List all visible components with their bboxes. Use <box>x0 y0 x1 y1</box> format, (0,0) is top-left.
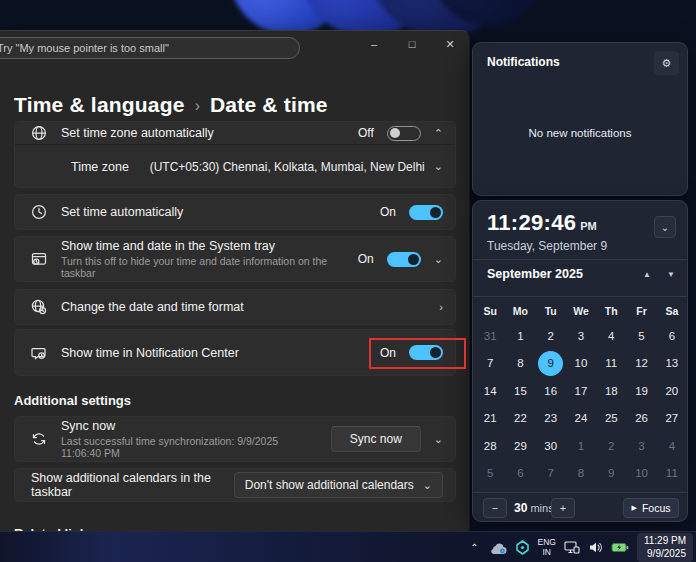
focus-duration-value: 30 <box>514 501 527 515</box>
calendar-day[interactable]: 16 <box>536 377 566 405</box>
calendar-day[interactable]: 21 <box>475 405 505 433</box>
calendar-day[interactable]: 6 <box>505 460 535 488</box>
timezone-dropdown[interactable]: (UTC+05:30) Chennai, Kolkata, Mumbai, Ne… <box>150 160 443 174</box>
calendar-day[interactable]: 7 <box>475 350 505 378</box>
sync-now-button[interactable]: Sync now <box>331 426 421 452</box>
calendar-day[interactable]: 6 <box>657 322 687 350</box>
calendar-day[interactable]: 30 <box>536 432 566 460</box>
calendar-day[interactable]: 29 <box>505 432 535 460</box>
calendar-day[interactable]: 5 <box>475 460 505 488</box>
calendar-day[interactable]: 11 <box>657 460 687 488</box>
focus-duration-increase-button[interactable]: + <box>551 498 575 518</box>
calendar-day[interactable]: 11 <box>596 350 626 378</box>
chevron-down-icon: ⌄ <box>434 160 443 173</box>
system-tray-toggle[interactable] <box>387 252 421 267</box>
chevron-up-icon[interactable]: ⌃ <box>434 127 443 140</box>
calendar-month-label[interactable]: September 2025 <box>487 267 583 281</box>
calendar-day[interactable]: 2 <box>536 322 566 350</box>
calendars-dropdown[interactable]: Don't show additional calendars ⌄ <box>234 472 443 498</box>
calendar-day[interactable]: 10 <box>566 350 596 378</box>
card-set-time-auto: Set time automatically On <box>14 194 456 230</box>
sync-clock-icon <box>29 430 48 449</box>
calendar-day[interactable]: 5 <box>626 322 656 350</box>
calendar-day[interactable]: 4 <box>596 322 626 350</box>
notification-center-toggle[interactable] <box>409 345 443 360</box>
calendar-day[interactable]: 23 <box>536 405 566 433</box>
calendar-day[interactable]: 25 <box>596 405 626 433</box>
network-icon[interactable] <box>564 541 580 554</box>
maximize-button[interactable]: □ <box>401 33 423 55</box>
calendar-day-header: Fr <box>626 300 656 322</box>
focus-start-button[interactable]: ▶ Focus <box>623 498 679 518</box>
volume-icon[interactable] <box>588 541 603 554</box>
taskbar-clock[interactable]: 11:29 PM 9/9/2025 <box>637 533 693 562</box>
chevron-down-icon[interactable]: ⌄ <box>434 253 443 266</box>
row-timezone-select: Time zone (UTC+05:30) Chennai, Kolkata, … <box>15 145 455 188</box>
calendar-day[interactable]: 8 <box>505 350 535 378</box>
calendar-day-selected[interactable]: 9 <box>536 350 566 378</box>
search-input[interactable]: Try "My mouse pointer is too small" <box>0 37 300 59</box>
hidden-icons-chevron-up-icon[interactable]: ⌃ <box>467 542 481 553</box>
calendar-day[interactable]: 27 <box>657 405 687 433</box>
language-region: IN <box>538 548 556 558</box>
row-title: Show time and date in the System tray <box>61 239 345 253</box>
calendar-day[interactable]: 24 <box>566 405 596 433</box>
row-set-timezone-auto[interactable]: Set time zone automatically Off ⌃ <box>15 122 455 144</box>
focus-session-bar: − 30 mins + ▶ Focus <box>473 493 687 523</box>
calendar-day[interactable]: 19 <box>626 377 656 405</box>
breadcrumb-time-language[interactable]: Time & language <box>14 93 185 117</box>
focus-duration-decrease-button[interactable]: − <box>483 498 507 518</box>
calendar-next-month-button[interactable]: ▼ <box>663 270 679 279</box>
search-hint-text: Try "My mouse pointer is too small" <box>0 42 169 54</box>
timezone-value: (UTC+05:30) Chennai, Kolkata, Mumbai, Ne… <box>150 160 425 174</box>
battery-icon[interactable] <box>611 542 629 553</box>
close-button[interactable]: ✕ <box>439 33 461 55</box>
timezone-auto-toggle[interactable] <box>387 126 421 141</box>
calendar-day-header: We <box>566 300 596 322</box>
row-title: Set time zone automatically <box>61 126 345 140</box>
chevron-right-icon: › <box>439 301 443 313</box>
set-time-auto-toggle[interactable] <box>409 205 443 220</box>
chevron-down-icon[interactable]: ⌄ <box>434 433 443 446</box>
calendar-day[interactable]: 7 <box>536 460 566 488</box>
language-indicator[interactable]: ENG IN <box>538 538 556 558</box>
calendars-dropdown-value: Don't show additional calendars <box>245 478 414 492</box>
calendar-day[interactable]: 2 <box>596 432 626 460</box>
row-notification-center: Show time in Notification Center On <box>15 330 455 375</box>
play-icon: ▶ <box>632 504 637 512</box>
calendar-day[interactable]: 10 <box>626 460 656 488</box>
calendar-day[interactable]: 9 <box>596 460 626 488</box>
calendar-day[interactable]: 26 <box>626 405 656 433</box>
calendar-day[interactable]: 14 <box>475 377 505 405</box>
row-date-time-format[interactable]: Change the date and time format › <box>15 290 455 324</box>
calendar-day[interactable]: 3 <box>566 322 596 350</box>
calendar-day[interactable]: 20 <box>657 377 687 405</box>
calendar-day[interactable]: 22 <box>505 405 535 433</box>
minimize-button[interactable]: – <box>363 33 385 55</box>
card-system-tray: Show time and date in the System tray Tu… <box>14 236 456 282</box>
globe-icon <box>29 124 48 143</box>
calendar-day[interactable]: 31 <box>475 322 505 350</box>
row-sync: Sync now Last successful time synchroniz… <box>15 417 455 461</box>
calendar-day[interactable]: 4 <box>657 432 687 460</box>
calendar-prev-month-button[interactable]: ▲ <box>639 270 655 279</box>
calendar-grid: SuMoTuWeThFrSa31123456789101112131415161… <box>475 300 687 487</box>
calendar-day-header: Th <box>596 300 626 322</box>
calendar-day[interactable]: 28 <box>475 432 505 460</box>
calendar-day[interactable]: 15 <box>505 377 535 405</box>
calendar-day[interactable]: 13 <box>657 350 687 378</box>
calendar-day[interactable]: 12 <box>626 350 656 378</box>
calendar-day[interactable]: 3 <box>626 432 656 460</box>
onedrive-cloud-icon[interactable]: i <box>490 542 507 554</box>
toggle-knob <box>430 207 441 218</box>
calendar-day[interactable]: 1 <box>505 322 535 350</box>
calendar-day[interactable]: 1 <box>566 432 596 460</box>
calendar-day[interactable]: 17 <box>566 377 596 405</box>
toggle-state-label: On <box>380 205 396 219</box>
calendar-day[interactable]: 18 <box>596 377 626 405</box>
teal-app-icon[interactable] <box>515 540 530 555</box>
calendar-day[interactable]: 8 <box>566 460 596 488</box>
calendar-collapse-button[interactable]: ⌄ <box>654 216 676 238</box>
notification-settings-button[interactable]: ⚙ <box>654 51 679 75</box>
taskbar: ⌃ i ENG IN 11:29 PM 9/9/2025 <box>0 531 696 562</box>
